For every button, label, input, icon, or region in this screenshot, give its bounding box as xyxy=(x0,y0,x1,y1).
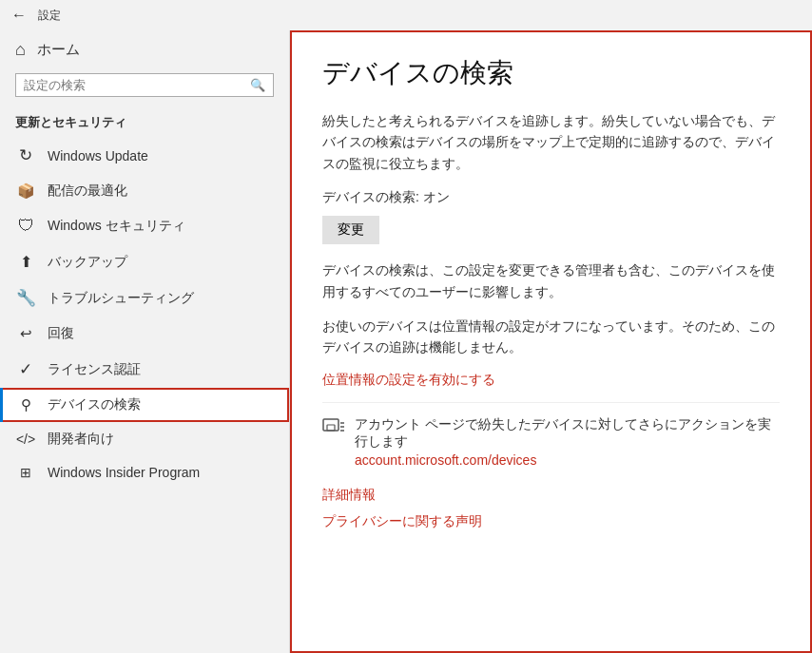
admin-note: デバイスの検索は、この設定を変更できる管理者も含む、このデバイスを使用するすべて… xyxy=(322,259,780,302)
sidebar-item-home[interactable]: ⌂ ホーム xyxy=(0,30,289,69)
sidebar-item-windows-update[interactable]: ↻ Windows Update xyxy=(0,137,289,174)
shield-icon: 🛡 xyxy=(15,217,36,236)
sidebar-item-backup[interactable]: ⬆ バックアップ xyxy=(0,244,289,279)
sidebar-item-label: デバイスの検索 xyxy=(48,396,141,413)
sidebar-item-label: 回復 xyxy=(48,325,74,342)
sidebar-item-troubleshoot[interactable]: 🔧 トラブルシューティング xyxy=(0,279,289,317)
sidebar-item-label: 開発者向け xyxy=(48,431,114,448)
insider-icon: ⊞ xyxy=(15,465,36,480)
status-line: デバイスの検索: オン xyxy=(322,189,780,206)
svg-rect-1 xyxy=(327,425,335,431)
troubleshoot-icon: 🔧 xyxy=(15,288,36,308)
sidebar-item-label: ライセンス認証 xyxy=(48,361,141,378)
account-info: アカウント ページで紛失したデバイスに対してさらにアクションを実行します acc… xyxy=(355,416,780,468)
sidebar-item-label: Windows Update xyxy=(48,148,148,163)
sidebar-section-title: 更新とセキュリティ xyxy=(0,108,289,137)
sidebar-item-recovery[interactable]: ↩ 回復 xyxy=(0,317,289,351)
sidebar-item-windows-security[interactable]: 🛡 Windows セキュリティ xyxy=(0,208,289,244)
sidebar-item-delivery-optimization[interactable]: 📦 配信の最適化 xyxy=(0,174,289,208)
back-button[interactable]: ← xyxy=(11,7,27,24)
account-description: アカウント ページで紛失したデバイスに対してさらにアクションを実行します xyxy=(355,416,780,451)
sidebar-item-insider[interactable]: ⊞ Windows Insider Program xyxy=(0,456,289,489)
account-row: アカウント ページで紛失したデバイスに対してさらにアクションを実行します acc… xyxy=(322,416,780,468)
backup-icon: ⬆ xyxy=(15,253,36,271)
account-icon xyxy=(322,418,345,442)
search-input[interactable] xyxy=(24,78,250,92)
titlebar-title: 設定 xyxy=(38,8,61,24)
find-device-icon: ⚲ xyxy=(15,396,36,413)
sidebar-home-label: ホーム xyxy=(37,41,80,59)
change-button[interactable]: 変更 xyxy=(322,216,379,244)
divider-1 xyxy=(322,402,780,403)
license-icon: ✓ xyxy=(15,359,36,379)
sidebar: ⌂ ホーム 🔍 更新とセキュリティ ↻ Windows Update 📦 配信の… xyxy=(0,30,290,653)
location-warning: お使いのデバイスは位置情報の設定がオフになっています。そのため、このデバイスの追… xyxy=(322,316,780,358)
sidebar-item-find-device[interactable]: ⚲ デバイスの検索 xyxy=(0,388,289,422)
sidebar-item-label: 配信の最適化 xyxy=(48,182,127,200)
update-icon: ↻ xyxy=(15,145,36,165)
recovery-icon: ↩ xyxy=(15,325,36,342)
footer-links: 詳細情報 プライバシーに関する声明 xyxy=(322,487,780,530)
sidebar-item-license[interactable]: ✓ ライセンス認証 xyxy=(0,351,289,388)
content-area: デバイスの検索 紛失したと考えられるデバイスを追跡します。紛失していない場合でも… xyxy=(290,30,812,653)
home-icon: ⌂ xyxy=(15,40,26,60)
titlebar: ← 設定 xyxy=(0,0,812,30)
search-box: 🔍 xyxy=(15,73,274,97)
delivery-icon: 📦 xyxy=(15,182,36,200)
account-link[interactable]: account.microsoft.com/devices xyxy=(355,452,780,468)
detail-link[interactable]: 詳細情報 xyxy=(322,487,780,504)
page-title: デバイスの検索 xyxy=(322,55,780,91)
sidebar-item-developer[interactable]: </> 開発者向け xyxy=(0,422,289,456)
sidebar-item-label: Windows Insider Program xyxy=(48,465,200,480)
privacy-link[interactable]: プライバシーに関する声明 xyxy=(322,513,780,530)
location-link[interactable]: 位置情報の設定を有効にする xyxy=(322,372,495,387)
sidebar-item-label: バックアップ xyxy=(48,254,127,271)
developer-icon: </> xyxy=(15,432,36,447)
search-icon: 🔍 xyxy=(250,78,265,92)
main-layout: ⌂ ホーム 🔍 更新とセキュリティ ↻ Windows Update 📦 配信の… xyxy=(0,30,812,653)
sidebar-item-label: Windows セキュリティ xyxy=(48,218,185,235)
sidebar-item-label: トラブルシューティング xyxy=(48,290,194,307)
description-text: 紛失したと考えられるデバイスを追跡します。紛失していない場合でも、デバイスの検索… xyxy=(322,110,780,174)
